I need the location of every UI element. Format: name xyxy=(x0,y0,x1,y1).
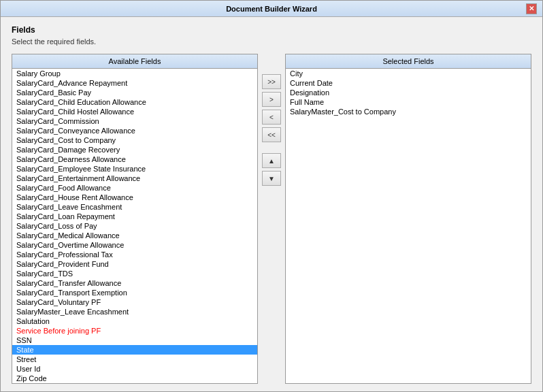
list-item[interactable]: SalaryCard_Commission xyxy=(12,116,257,126)
list-item[interactable]: SalaryCard_Leave Encashment xyxy=(12,202,257,212)
selected-fields-list[interactable]: CityCurrent DateDesignationFull NameSala… xyxy=(286,69,531,383)
list-item[interactable]: SalaryCard_Medical Allowance xyxy=(12,231,257,240)
list-item[interactable]: Designation xyxy=(286,88,531,97)
list-item[interactable]: SalaryMaster_Leave Encashment xyxy=(12,307,257,316)
list-item[interactable]: SalaryCard_Dearness Allowance xyxy=(12,154,257,164)
list-item[interactable]: SalaryCard_Conveyance Allowance xyxy=(12,126,257,135)
list-item[interactable]: SalaryCard_Advance Repayment xyxy=(12,78,257,88)
remove-all-button[interactable]: << xyxy=(262,127,281,142)
move-down-button[interactable]: ▼ xyxy=(262,171,281,186)
list-item[interactable]: Zip Code xyxy=(12,374,257,383)
move-up-button[interactable]: ▲ xyxy=(262,153,281,168)
available-fields-panel: Available Fields Salary GroupSalaryCard_… xyxy=(12,54,258,384)
list-item[interactable]: Service Before joining PF xyxy=(12,326,257,336)
list-item[interactable]: SalaryCard_Professional Tax xyxy=(12,250,257,259)
available-fields-header: Available Fields xyxy=(12,54,257,69)
section-title: Fields xyxy=(12,25,531,35)
fields-area: Available Fields Salary GroupSalaryCard_… xyxy=(12,54,531,384)
list-item[interactable]: SalaryCard_Voluntary PF xyxy=(12,297,257,307)
list-item[interactable]: Street xyxy=(12,355,257,364)
list-item[interactable]: SalaryCard_Transfer Allowance xyxy=(12,278,257,288)
list-item[interactable]: Current Date xyxy=(286,78,531,88)
list-item[interactable]: Full Name xyxy=(286,97,531,107)
transfer-buttons: >> > < << ▲ ▼ xyxy=(258,54,285,384)
list-item[interactable]: SalaryCard_TDS xyxy=(12,269,257,278)
list-item[interactable]: SalaryCard_Loss of Pay xyxy=(12,221,257,231)
list-item[interactable]: SalaryCard_House Rent Allowance xyxy=(12,193,257,202)
list-item[interactable]: User Id xyxy=(12,364,257,374)
list-item[interactable]: SalaryCard_Child Hostel Allowance xyxy=(12,107,257,116)
selected-fields-panel: Selected Fields CityCurrent DateDesignat… xyxy=(285,54,531,384)
list-item[interactable]: City xyxy=(286,69,531,78)
add-all-button[interactable]: >> xyxy=(262,74,281,89)
list-item[interactable]: Salary Group xyxy=(12,69,257,78)
list-item[interactable]: SalaryCard_Child Education Allowance xyxy=(12,97,257,107)
list-item[interactable]: SalaryCard_Employee State Insurance xyxy=(12,164,257,174)
section-subtitle: Select the required fields. xyxy=(12,37,531,46)
remove-one-button[interactable]: < xyxy=(262,110,281,125)
close-button[interactable]: ✕ xyxy=(526,3,537,14)
list-item[interactable]: SalaryMaster_Cost to Company xyxy=(286,107,531,116)
list-item[interactable]: SalaryCard_Damage Recovery xyxy=(12,145,257,154)
list-item[interactable]: SSN xyxy=(12,336,257,345)
title-bar: Document Builder Wizard ✕ xyxy=(1,1,542,17)
list-item[interactable]: SalaryCard_Overtime Allowance xyxy=(12,240,257,250)
list-item[interactable]: State xyxy=(12,345,257,355)
list-item[interactable]: SalaryCard_Food Allowance xyxy=(12,183,257,193)
list-item[interactable]: SalaryCard_Provident Fund xyxy=(12,259,257,269)
list-item[interactable]: SalaryCard_Basic Pay xyxy=(12,88,257,97)
list-item[interactable]: SalaryCard_Loan Repayment xyxy=(12,212,257,221)
add-one-button[interactable]: > xyxy=(262,92,281,107)
list-item[interactable]: Salutation xyxy=(12,316,257,326)
dialog-title: Document Builder Wizard xyxy=(17,5,526,13)
list-item[interactable]: SalaryCard_Transport Exemption xyxy=(12,288,257,297)
content-area: Fields Select the required fields. Avail… xyxy=(1,17,542,392)
list-item[interactable]: SalaryCard_Entertainment Allowance xyxy=(12,174,257,183)
dialog: Document Builder Wizard ✕ Fields Select … xyxy=(0,0,543,392)
available-fields-list[interactable]: Salary GroupSalaryCard_Advance Repayment… xyxy=(12,69,257,383)
list-item[interactable]: SalaryCard_Cost to Company xyxy=(12,135,257,145)
selected-fields-header: Selected Fields xyxy=(286,54,531,69)
